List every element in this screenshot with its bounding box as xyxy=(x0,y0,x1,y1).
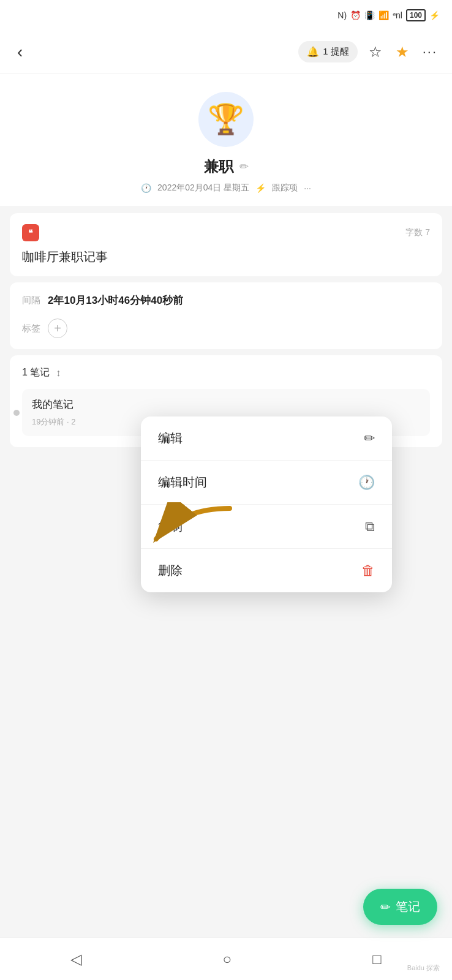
context-menu-overlay[interactable]: 编辑 ✏ 编辑时间 🕐 复制 ⧉ 删除 🗑 xyxy=(0,0,452,980)
menu-delete-label: 删除 xyxy=(158,562,183,579)
delete-icon: 🗑 xyxy=(361,563,375,579)
menu-item-delete[interactable]: 删除 🗑 xyxy=(141,549,392,592)
context-menu: 编辑 ✏ 编辑时间 🕐 复制 ⧉ 删除 🗑 xyxy=(141,417,392,592)
menu-edit-time-label: 编辑时间 xyxy=(158,474,207,491)
menu-edit-label: 编辑 xyxy=(158,430,183,447)
menu-item-edit-time[interactable]: 编辑时间 🕐 xyxy=(141,461,392,505)
menu-item-edit[interactable]: 编辑 ✏ xyxy=(141,417,392,461)
copy-icon: ⧉ xyxy=(365,519,375,535)
menu-item-copy[interactable]: 复制 ⧉ xyxy=(141,505,392,549)
menu-copy-label: 复制 xyxy=(158,518,183,535)
clock-menu-icon: 🕐 xyxy=(358,475,375,491)
edit-icon: ✏ xyxy=(364,431,375,447)
